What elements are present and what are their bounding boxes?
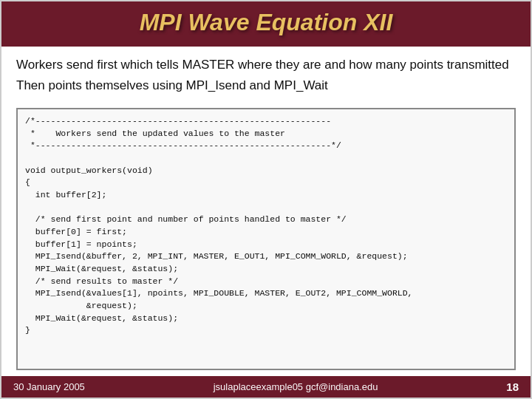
code-content: /*--------------------------------------… <box>25 115 507 337</box>
footer-email: jsulaplaceexample05 gcf@indiana.edu <box>214 381 378 392</box>
bullet-1: Workers send first which tells MASTER wh… <box>16 55 516 75</box>
slide: MPI Wave Equation XII Workers send first… <box>0 0 532 399</box>
bullet-2: Then points themselves using MPI_Isend a… <box>16 76 516 95</box>
slide-footer: 30 January 2005 jsulaplaceexample05 gcf@… <box>1 376 531 398</box>
bullet-points: Workers send first which tells MASTER wh… <box>16 55 516 100</box>
footer-page: 18 <box>506 381 519 393</box>
footer-date: 30 January 2005 <box>13 381 85 392</box>
slide-content: Workers send first which tells MASTER wh… <box>1 47 531 376</box>
code-box: /*--------------------------------------… <box>16 108 516 370</box>
slide-header: MPI Wave Equation XII <box>1 1 531 47</box>
slide-title: MPI Wave Equation XII <box>16 9 516 36</box>
